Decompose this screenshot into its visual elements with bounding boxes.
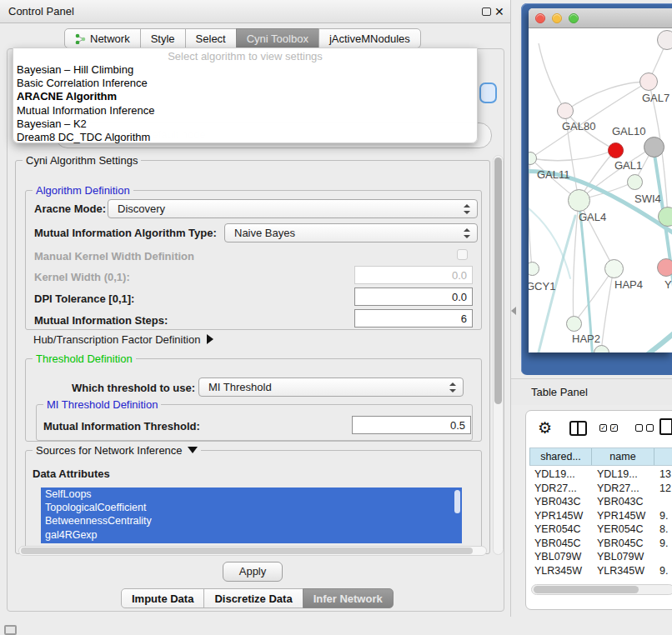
network-node[interactable] (627, 174, 643, 190)
tab-jactivemnodules[interactable]: jActiveMNodules (318, 28, 421, 48)
attribute-item-selected[interactable]: gal4RGexp (41, 528, 462, 542)
table-row[interactable]: YDL19...YDL19...13 (529, 468, 672, 482)
network-node[interactable] (644, 137, 664, 158)
network-node[interactable] (529, 262, 539, 276)
attribute-item-selected[interactable]: BetweennessCentrality (41, 514, 462, 528)
attr-items: SelfLoopsTopologicalCoefficientBetweenne… (41, 488, 462, 542)
network-window[interactable]: GAL7GAL80GAL10GAL11GAL1SWI4GAL4GCY1HAP4Y… (529, 8, 672, 352)
columns-icon[interactable] (569, 421, 587, 436)
algorithm-dropdown-popup: Select algorithm to view settings Bayesi… (13, 48, 478, 143)
splitter-collapse-icon[interactable] (511, 307, 516, 315)
which-threshold-value: MI Threshold (208, 381, 272, 393)
close-panel-icon[interactable]: ✕ (494, 4, 504, 19)
table-cell: YDR27... (592, 482, 654, 496)
network-node[interactable] (557, 102, 574, 119)
network-canvas[interactable]: GAL7GAL80GAL10GAL11GAL1SWI4GAL4GCY1HAP4Y… (529, 28, 672, 352)
table-cell: YPR145W (592, 509, 654, 523)
node-table-panel: ⚙ ✓ ✓ shared... name A YDL19...YDL19...1… (525, 410, 672, 610)
sources-title-expander[interactable]: Sources for Network Inference (33, 444, 201, 457)
gear-icon[interactable]: ⚙ (538, 419, 552, 438)
bottom-tab-bar: Impute Data Discretize Data Infer Networ… (121, 588, 394, 608)
tab-label: jActiveMNodules (329, 32, 410, 45)
algorithm-definition-group: Algorithm Definition Aracne Mode: Discov… (25, 190, 482, 330)
table-cell: YDL19... (529, 468, 592, 482)
minimize-window-icon[interactable] (552, 13, 562, 23)
table-cell: YBR043C (529, 495, 592, 509)
tab-infer-network[interactable]: Infer Network (303, 588, 394, 608)
attribute-item-selected[interactable]: SelfLoops (41, 488, 462, 501)
column-header-name[interactable]: name (592, 448, 654, 465)
settings-vertical-scrollbar[interactable] (493, 155, 504, 555)
table-horizontal-scrollbar[interactable] (531, 584, 672, 595)
algorithm-popup-item[interactable]: Dream8 DC_TDC Algorithm (13, 131, 477, 144)
mi-threshold-field[interactable]: 0.5 (352, 416, 471, 434)
settings-horizontal-scrollbar[interactable] (18, 546, 487, 556)
close-window-icon[interactable] (535, 13, 545, 23)
network-node[interactable] (604, 259, 624, 278)
tab-network[interactable]: Network (64, 28, 141, 48)
app-root: { "colors": { "selection_blue": "#3d6fd1… (0, 0, 672, 635)
mi-type-combobox[interactable]: Naive Bayes (224, 223, 478, 242)
apply-button[interactable]: Apply (223, 562, 283, 582)
tab-style[interactable]: Style (140, 28, 186, 48)
network-node[interactable] (566, 316, 582, 332)
aracne-mode-combobox[interactable]: Discovery (108, 199, 478, 218)
select-all-columns-icon[interactable]: ✓ ✓ (599, 424, 618, 432)
hub-definition-expander[interactable]: Hub/Transcription Factor Definition (33, 333, 213, 346)
network-node[interactable] (657, 30, 672, 50)
network-view-frame: GAL7GAL80GAL10GAL11GAL1SWI4GAL4GCY1HAP4Y… (521, 3, 672, 375)
node-label: HAP4 (614, 278, 643, 291)
table-row[interactable]: YBR043CYBR043C (529, 495, 672, 509)
dpi-tolerance-field[interactable]: 0.0 (354, 288, 473, 306)
list-scrollbar[interactable] (454, 490, 460, 513)
table-row[interactable]: YLR345WYLR345W9. (529, 564, 672, 576)
export-table-icon[interactable] (659, 418, 672, 435)
kernel-width-field[interactable]: 0.0 (354, 266, 473, 284)
table-row[interactable]: YDR27...YDR27...12 (529, 482, 672, 496)
column-header-shared-name[interactable]: shared... (529, 448, 592, 465)
network-node[interactable] (608, 142, 624, 158)
node-label: GAL11 (537, 168, 570, 181)
table-row[interactable]: YPR145WYPR145W9. (529, 509, 672, 523)
mi-threshold-group: MI Threshold Definition Mutual Informati… (36, 404, 473, 441)
tab-impute-data[interactable]: Impute Data (121, 588, 204, 608)
table-cell: YBR045C (592, 537, 654, 551)
algorithm-popup-item[interactable]: Basic Correlation Inference (13, 77, 477, 90)
manual-kernel-checkbox[interactable] (457, 249, 468, 260)
float-panel-icon[interactable] (482, 8, 491, 16)
scrollbar-thumb[interactable] (21, 548, 473, 554)
attribute-item-selected[interactable]: TopologicalCoefficient (41, 501, 462, 514)
control-panel-titlebar: Control Panel ✕ (0, 0, 510, 23)
table-body[interactable]: YDL19...YDL19...13YDR27...YDR27...12YBR0… (529, 468, 672, 575)
table-row[interactable]: YER054CYER054C8. (529, 522, 672, 537)
data-attributes-list[interactable]: SelfLoopsTopologicalCoefficientBetweenne… (41, 488, 462, 543)
table-cell: YLR345W (592, 564, 654, 576)
deselect-all-columns-icon[interactable] (635, 424, 654, 432)
sources-title: Sources for Network Inference (36, 444, 183, 457)
tab-discretize-data[interactable]: Discretize Data (203, 588, 303, 608)
network-node[interactable] (568, 189, 590, 212)
network-node[interactable] (639, 72, 658, 91)
algorithm-popup-item[interactable]: Bayesian – Hill Climbing (13, 63, 477, 77)
which-threshold-combobox[interactable]: MI Threshold (198, 378, 464, 397)
checked-box-icon: ✓ (599, 424, 607, 432)
zoom-window-icon[interactable] (569, 13, 579, 23)
algorithm-popup-item[interactable]: ARACNE Algorithm (13, 90, 477, 103)
table-row[interactable]: YBR045CYBR045C9. (529, 537, 672, 551)
network-node[interactable] (658, 207, 672, 227)
scrollbar-thumb[interactable] (494, 158, 502, 404)
aracne-mode-value: Discovery (118, 202, 165, 215)
network-window-titlebar[interactable] (529, 8, 672, 28)
column-header-partial[interactable]: A (654, 448, 672, 465)
table-row[interactable]: YBL079WYBL079W (529, 550, 672, 564)
mi-steps-field[interactable]: 6 (354, 309, 473, 328)
tab-cyni-toolbox[interactable]: Cyni Toolbox (236, 28, 319, 48)
scrollbar-thumb[interactable] (534, 586, 639, 593)
algorithm-popup-item[interactable]: Mutual Information Inference (13, 104, 477, 118)
tab-select[interactable]: Select (185, 28, 237, 48)
network-node[interactable] (657, 258, 672, 277)
collapsed-panel-icon[interactable] (4, 625, 17, 635)
algorithm-popup-item[interactable]: Bayesian – K2 (13, 118, 477, 131)
focused-helper-button[interactable] (479, 82, 497, 103)
dpi-tolerance-label: DPI Tolerance [0,1]: (34, 292, 134, 305)
